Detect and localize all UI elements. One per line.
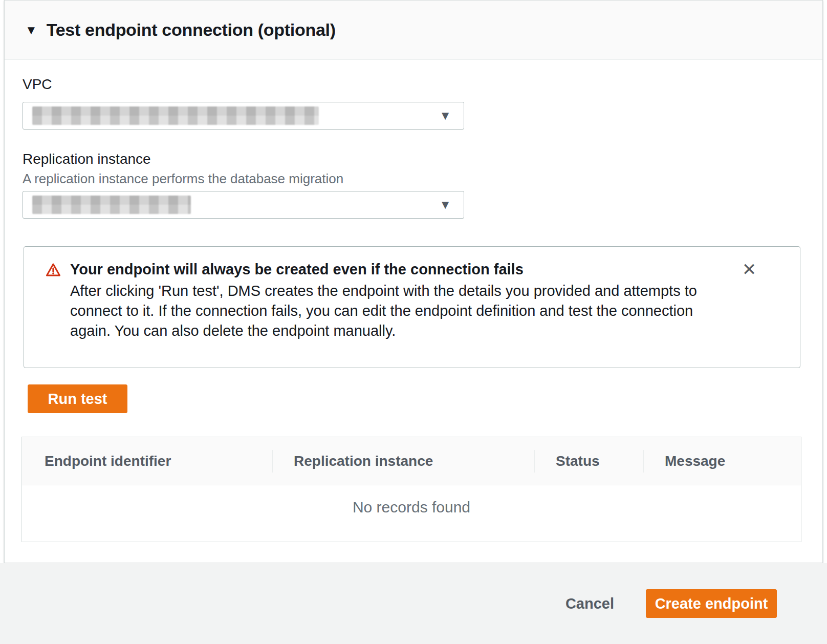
replication-instance-label: Replication instance — [23, 151, 151, 167]
section-header[interactable]: ▼ Test endpoint connection (optional) — [5, 1, 822, 60]
replication-instance-selected-value-redacted — [32, 196, 191, 214]
vpc-label: VPC — [23, 76, 52, 93]
warning-icon — [45, 262, 61, 277]
test-endpoint-section: ▼ Test endpoint connection (optional) VP… — [4, 0, 823, 563]
section-title: Test endpoint connection (optional) — [47, 20, 336, 40]
create-endpoint-page: ▼ Test endpoint connection (optional) VP… — [0, 0, 827, 644]
vpc-selected-value-redacted — [32, 106, 319, 125]
wizard-footer: Cancel Create endpoint — [0, 563, 827, 644]
column-header-status[interactable]: Status — [534, 437, 643, 485]
column-header-replication-instance[interactable]: Replication instance — [272, 437, 534, 485]
column-header-endpoint-identifier[interactable]: Endpoint identifier — [22, 437, 272, 485]
cancel-button[interactable]: Cancel — [565, 595, 614, 612]
close-icon[interactable]: ✕ — [738, 258, 760, 281]
test-results-table: Endpoint identifier Replication instance… — [21, 437, 801, 542]
vpc-select[interactable]: ▼ — [23, 102, 464, 130]
chevron-down-icon: ▼ — [439, 199, 451, 211]
table-header-row: Endpoint identifier Replication instance… — [22, 437, 801, 485]
alert-title: Your endpoint will always be created eve… — [70, 261, 524, 278]
create-endpoint-button[interactable]: Create endpoint — [646, 589, 777, 618]
warning-alert: Your endpoint will always be created eve… — [24, 246, 800, 368]
replication-instance-description: A replication instance performs the data… — [23, 171, 343, 187]
column-divider — [643, 450, 644, 473]
table-empty-state: No records found — [22, 485, 801, 542]
chevron-down-icon: ▼ — [439, 110, 451, 122]
run-test-button[interactable]: Run test — [28, 384, 127, 413]
replication-instance-select[interactable]: ▼ — [23, 191, 464, 219]
column-divider — [272, 450, 273, 473]
alert-body: After clicking 'Run test', DMS creates t… — [70, 281, 735, 341]
column-divider — [534, 450, 535, 473]
collapse-caret-icon[interactable]: ▼ — [25, 24, 37, 36]
column-header-message[interactable]: Message — [643, 437, 801, 485]
